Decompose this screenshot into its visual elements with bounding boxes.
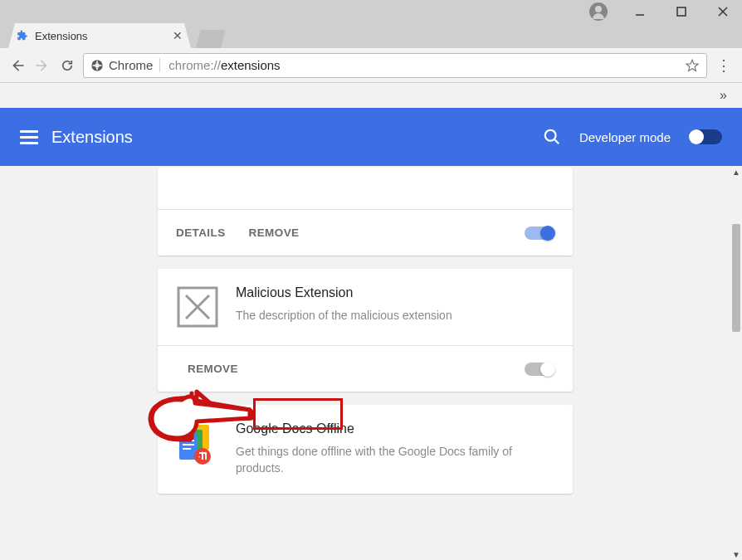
scroll-up-arrow[interactable]: ▲: [730, 166, 742, 178]
search-icon[interactable]: [543, 128, 561, 146]
extension-toggle[interactable]: [525, 226, 554, 240]
puzzle-icon: [17, 30, 28, 41]
extension-card-docs-offline: Google Docs Offline Get things done offl…: [158, 405, 573, 494]
extension-placeholder-icon: [176, 285, 219, 329]
url-text: chrome://extensions: [165, 58, 680, 72]
scroll-thumb[interactable]: [732, 224, 740, 332]
svg-rect-16: [183, 448, 191, 450]
extension-card-malicious: Malicious Extension The description of t…: [158, 269, 573, 392]
reload-button[interactable]: [58, 56, 76, 75]
page-title: Extensions: [51, 128, 133, 147]
tab-close-button[interactable]: ✕: [173, 29, 183, 42]
svg-point-6: [545, 130, 556, 141]
extension-name: Google Docs Offline: [236, 421, 554, 436]
remove-button[interactable]: REMOVE: [176, 355, 250, 382]
developer-mode-label: Developer mode: [579, 130, 671, 144]
window-titlebar: [0, 0, 742, 23]
svg-rect-15: [183, 444, 194, 446]
developer-mode-toggle[interactable]: [689, 129, 722, 144]
site-info-icon[interactable]: [90, 59, 104, 72]
extension-card: DETAILS REMOVE: [158, 168, 573, 256]
minimize-button[interactable]: [631, 2, 649, 21]
extension-toggle[interactable]: [525, 363, 554, 376]
tab-strip: Extensions ✕: [0, 23, 742, 48]
tab-title: Extensions: [35, 30, 173, 42]
svg-line-7: [554, 139, 559, 144]
address-bar[interactable]: Chrome chrome://extensions: [83, 53, 707, 78]
forward-button[interactable]: [33, 56, 51, 75]
toolbar-overflow[interactable]: »: [0, 83, 742, 108]
maximize-button[interactable]: [672, 2, 691, 21]
svg-rect-1: [677, 7, 686, 16]
bookmark-icon[interactable]: [685, 58, 700, 73]
tab-extensions[interactable]: Extensions ✕: [8, 23, 191, 48]
profile-icon[interactable]: [589, 2, 608, 21]
scroll-down-arrow[interactable]: ▼: [730, 548, 742, 560]
close-window-button[interactable]: [714, 2, 732, 21]
extension-name: Malicious Extension: [236, 285, 452, 300]
chrome-menu-button[interactable]: ⋮: [714, 56, 734, 75]
url-origin: Chrome: [109, 58, 160, 72]
content-area: DETAILS REMOVE Malicious Extension The d…: [0, 166, 730, 560]
svg-rect-14: [183, 440, 194, 441]
back-button[interactable]: [8, 56, 27, 75]
browser-toolbar: Chrome chrome://extensions ⋮: [0, 48, 742, 83]
vertical-scrollbar[interactable]: ▲ ▼: [730, 166, 742, 560]
remove-button[interactable]: REMOVE: [249, 226, 300, 239]
extension-description: Get things done offline with the Google …: [236, 443, 554, 477]
menu-icon[interactable]: [20, 127, 38, 148]
new-tab-button[interactable]: [196, 30, 226, 48]
svg-point-5: [95, 63, 99, 67]
chevron-overflow-icon: »: [720, 88, 727, 103]
extension-description: The description of the malicious extensi…: [236, 307, 452, 324]
google-docs-icon: [176, 421, 219, 465]
extensions-header: Extensions Developer mode: [0, 108, 742, 166]
details-button[interactable]: DETAILS: [176, 226, 226, 239]
